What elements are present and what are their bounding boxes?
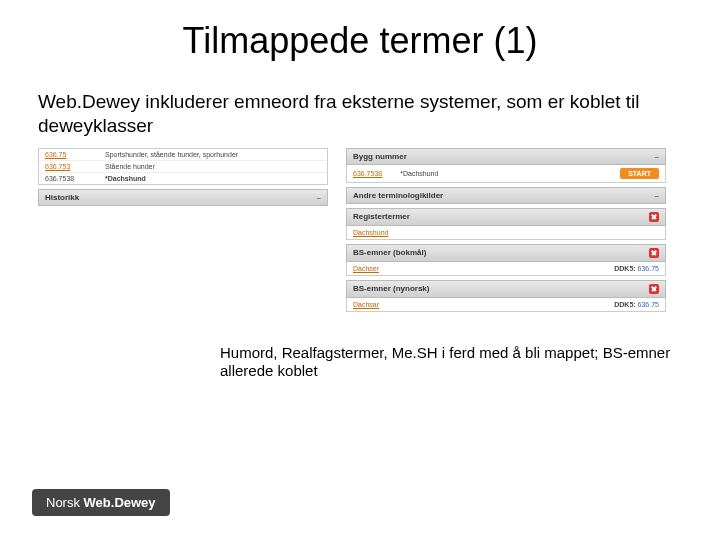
hierarchy-rows: 636.75 Sportshunder, stående hunder, spo… (38, 148, 328, 185)
norsk-webdewey-logo: Norsk Web.Dewey (32, 489, 170, 516)
logo-text-b: Web.Dewey (84, 495, 156, 510)
section-label: Registertermer (353, 212, 410, 221)
term-row: Dachsar DDK5: 636.75 (346, 298, 666, 312)
delete-icon[interactable] (649, 212, 659, 222)
collapse-icon[interactable]: – (655, 191, 659, 200)
left-panel: 636.75 Sportshunder, stående hunder, spo… (38, 148, 328, 312)
slide-subtitle: Web.Dewey inkluderer emneord fra ekstern… (38, 90, 682, 138)
dewey-caption: Sportshunder, stående hunder, sporhunder (105, 151, 321, 158)
dewey-caption: Stående hunder (105, 163, 321, 170)
bygg-nummer-header[interactable]: Bygg nummer – (346, 148, 666, 165)
right-panel: Bygg nummer – 636.7538 *Dachshund START … (346, 148, 666, 312)
dewey-number-link[interactable]: 636.7538 (353, 170, 382, 177)
andre-terminologi-label: Andre terminologikilder (353, 191, 443, 200)
dewey-caption: *Dachshund (400, 170, 438, 177)
hierarchy-row: 636.7538 *Dachshund (39, 173, 327, 184)
historikk-header[interactable]: Historikk – (38, 189, 328, 206)
slide-title: Tilmappede termer (1) (0, 20, 720, 62)
term-row: Dachshund (346, 226, 666, 240)
registertermer-header[interactable]: Registertermer (346, 208, 666, 226)
dewey-number-link[interactable]: 636.753 (45, 163, 105, 170)
hierarchy-row[interactable]: 636.75 Sportshunder, stående hunder, spo… (39, 149, 327, 161)
dewey-number-link[interactable]: 636.75 (45, 151, 105, 158)
ddk-label: DDK5: (614, 265, 635, 272)
ddk-value: 636.75 (638, 301, 659, 308)
bygg-nummer-row: 636.7538 *Dachshund START (346, 165, 666, 183)
delete-icon[interactable] (649, 284, 659, 294)
term-row: Dachser DDK5: 636.75 (346, 262, 666, 276)
ddk-value: 636.75 (638, 265, 659, 272)
hierarchy-row[interactable]: 636.753 Stående hunder (39, 161, 327, 173)
term-link[interactable]: Dachser (353, 265, 379, 272)
term-link[interactable]: Dachsar (353, 301, 379, 308)
bs-emner-nynorsk-header[interactable]: BS-emner (nynorsk) (346, 280, 666, 298)
collapse-icon[interactable]: – (655, 152, 659, 161)
collapse-icon[interactable]: – (317, 193, 321, 202)
andre-terminologi-header[interactable]: Andre terminologikilder – (346, 187, 666, 204)
screenshot-panels: 636.75 Sportshunder, stående hunder, spo… (38, 148, 682, 312)
ddk-label: DDK5: (614, 301, 635, 308)
footnote: Humord, Realfagstermer, Me.SH i ferd med… (220, 344, 682, 382)
bs-emner-bokmal-header[interactable]: BS-emner (bokmål) (346, 244, 666, 262)
section-label: BS-emner (nynorsk) (353, 284, 429, 293)
dewey-number: 636.7538 (45, 175, 105, 182)
section-label: BS-emner (bokmål) (353, 248, 426, 257)
bygg-nummer-label: Bygg nummer (353, 152, 407, 161)
start-button[interactable]: START (620, 168, 659, 179)
historikk-label: Historikk (45, 193, 79, 202)
term-link[interactable]: Dachshund (353, 229, 388, 236)
dewey-caption: *Dachshund (105, 175, 321, 182)
delete-icon[interactable] (649, 248, 659, 258)
logo-text-a: Norsk (46, 495, 84, 510)
